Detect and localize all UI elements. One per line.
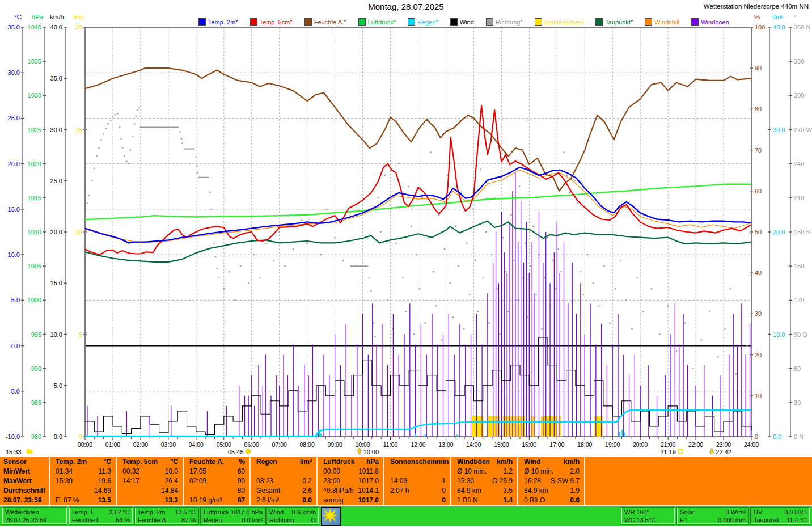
sensor-cell-time: 23:00 xyxy=(323,476,340,486)
sensor-cell-time: 00:00 xyxy=(323,467,340,476)
legend-label: Feuchte A.* xyxy=(314,19,346,26)
sensor-column-7: Windkm/hØ 10 min.2.016:28S-SW 9.784.9 km… xyxy=(518,457,585,505)
axis-tick-label: 25.0 xyxy=(8,115,20,121)
legend-label: Richtung* xyxy=(496,19,523,26)
sensor-name: Wind xyxy=(524,457,540,467)
time-tick-label: 11:00 xyxy=(383,441,398,448)
axis-tick-label: 50 xyxy=(755,229,762,235)
sensor-table-row-labels: SensorMinWertMaxWertDurchschnitt28.07. 2… xyxy=(0,457,50,505)
marker-sunset: 21:19 xyxy=(660,449,682,455)
sensor-cell-time: 84.9 km xyxy=(457,486,481,496)
sensor-cell-time: 14:17 xyxy=(122,476,139,486)
legend-swatch-icon xyxy=(645,18,652,26)
sensor-cell-value: 90 xyxy=(238,476,245,486)
legend-label: Windchill xyxy=(654,19,679,26)
marker-report-time: 15:33 xyxy=(6,449,33,455)
footer-label: Feuchte I. xyxy=(72,516,100,524)
axis-tick-label: 270 W xyxy=(794,126,812,133)
footer-value: 0.0 UV-I xyxy=(784,508,807,516)
sensor-cell-value: 1017.0 xyxy=(358,476,379,486)
footer-value: 0.6 km/h xyxy=(292,508,316,516)
axis-tick-label: 10 xyxy=(755,392,762,399)
footer-value: 0.0 l/m² xyxy=(242,516,263,524)
time-tick-label: 08:00 xyxy=(300,441,315,448)
axis-tick-label: 5.0 xyxy=(54,382,62,389)
sensor-cell-value: 0 xyxy=(442,496,446,505)
axis-unit-label: ° xyxy=(793,14,796,20)
axis-tick-label: 30 xyxy=(794,399,801,406)
sensor-cell-value: 1017.0 xyxy=(358,496,379,505)
legend-item-6: Richtung* xyxy=(486,18,523,26)
legend-label: Wind xyxy=(460,19,474,26)
legend-label: Windböen xyxy=(701,19,729,26)
legend-item-1: Temp. 5cm* xyxy=(250,18,293,26)
marker-label: 15:33 xyxy=(6,449,22,455)
axis-tick-label: 35.0 xyxy=(50,75,62,82)
time-tick-label: 15:00 xyxy=(494,441,509,448)
axis-tick-label: 5.0 xyxy=(11,297,20,303)
legend-swatch-icon xyxy=(691,18,699,26)
sensor-cell-time: ^0.8hPa/h xyxy=(323,486,354,496)
footer-label: Wind xyxy=(269,508,284,516)
footer-value: 87 % xyxy=(181,516,196,524)
sensor-name: Luftdruck xyxy=(323,457,354,467)
sensor-cell-value: 2.6 xyxy=(302,486,312,496)
axis-unit-label: km/h xyxy=(50,14,64,20)
footer-value: 0.000 mm xyxy=(718,516,746,524)
sensor-cell-value: 1 xyxy=(442,476,446,486)
footer-label: Richtung xyxy=(269,516,294,524)
legend-item-3: Luftdruck* xyxy=(358,18,396,26)
legend-item-5: Wind xyxy=(450,18,474,26)
legend-swatch-icon xyxy=(198,18,206,26)
axis-tick-label: 90 O xyxy=(794,331,807,338)
legend-swatch-icon xyxy=(304,18,312,26)
marker-sunrise: 05:45 xyxy=(228,449,251,455)
time-tick-label: 09:00 xyxy=(327,441,342,448)
legend-swatch-icon xyxy=(250,18,257,26)
axis-tick-label: 40.0 xyxy=(773,24,785,31)
sun-moon-markers: 15:3305:4510:0021:1922:42 xyxy=(6,448,731,455)
footer-label: 28.07.25 23:59 xyxy=(5,516,46,524)
sensor-cell-time: 01:34 xyxy=(56,467,73,476)
sensor-cell-time: 14:09 xyxy=(390,476,407,486)
sensor-cell-time: Gesamt: xyxy=(256,486,282,496)
footer-label: Solar xyxy=(680,508,695,516)
footer-label: WC 13.5°C xyxy=(624,516,655,524)
legend-label: Sonnenschein xyxy=(544,19,584,26)
footer-cell-druck-regen: Luftdruck1017.0 hPaRegen0.0 l/m² xyxy=(201,508,265,524)
sensor-cell-time: 0 Bft O xyxy=(524,496,545,505)
axis-tick-label: -10.0 xyxy=(6,433,20,440)
sensor-cell-value: 87 xyxy=(238,496,245,505)
sensor-cell-value: 0 xyxy=(442,486,446,496)
chart-legend: Temp. 2m*Temp. 5cm*Feuchte A.*Luftdruck*… xyxy=(198,18,729,26)
footer-cell-wind: Wind0.6 km/hRichtungO xyxy=(267,508,319,524)
axis-tick-label: 980 xyxy=(31,433,41,440)
sensor-cell-time: Ø 10 min. xyxy=(524,467,553,476)
legend-item-10: Windböen xyxy=(691,18,729,26)
axis-tick-label: 1025 xyxy=(28,126,41,133)
axis-tick-label: 1040 xyxy=(28,24,41,31)
sensor-cell-value: 1.9 xyxy=(570,486,580,496)
sensor-cell-time: sonnig xyxy=(323,496,343,505)
time-tick-label: 01:00 xyxy=(105,441,120,448)
time-tick-label: 14:00 xyxy=(466,441,481,448)
moonset-icon xyxy=(709,449,714,455)
sensor-cell-time: 2:07 h xyxy=(390,486,409,496)
time-tick-label: 05:00 xyxy=(217,441,231,448)
sensor-cell-value: 0.0 xyxy=(302,496,312,505)
sensor-cell-time: 10.19 g/m³ xyxy=(189,496,222,505)
axis-tick-label: 25.0 xyxy=(50,178,62,184)
sensor-cell-time: 16:28 xyxy=(524,476,541,486)
row-label: 28.07. 23:59 xyxy=(0,496,49,505)
sensor-name: Windböen xyxy=(457,457,490,467)
sensor-cell-value: 1.4 xyxy=(503,496,513,505)
axis-tick-label: 1030 xyxy=(28,92,41,99)
storm-icon xyxy=(29,450,32,453)
weather-symbol-sun-icon xyxy=(321,507,341,526)
sensor-unit: l/m² xyxy=(300,457,312,467)
axis-tick-label: 70 xyxy=(755,147,762,154)
sensor-cell-time: 00:32 xyxy=(122,467,139,476)
axis-tick-label: 30.0 xyxy=(8,69,20,76)
time-tick-label: 18:00 xyxy=(577,441,592,448)
axis-tick-label: 995 xyxy=(31,331,41,338)
